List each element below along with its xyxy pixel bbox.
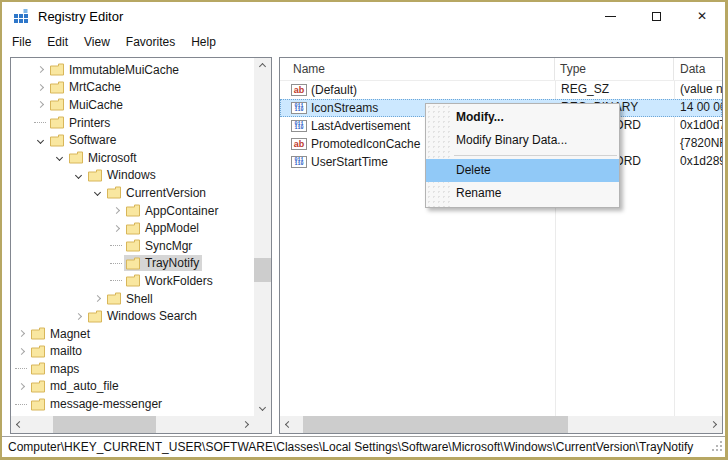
dotted-connector: [15, 404, 27, 405]
list-horizontal-scrollbar[interactable]: [280, 416, 722, 433]
tree-item-body[interactable]: WorkFolders: [124, 273, 216, 289]
pane-splitter[interactable]: [272, 57, 279, 434]
list-hscroll-track[interactable]: [297, 416, 705, 433]
expand-button[interactable]: [13, 384, 29, 389]
expand-button[interactable]: [108, 208, 124, 213]
tree-item-appmodel[interactable]: AppModel: [11, 219, 254, 237]
expand-button[interactable]: [108, 226, 124, 231]
tree-item-microsoft[interactable]: Microsoft: [11, 149, 254, 167]
tree-item-printers[interactable]: Printers: [11, 114, 254, 132]
scroll-down-button[interactable]: [254, 399, 271, 416]
tree-item-message-messenger[interactable]: message-messenger: [11, 395, 254, 413]
registry-key-folder-icon: [30, 380, 46, 393]
tree-item-body[interactable]: AppModel: [124, 220, 202, 236]
tree-item-label: Software: [69, 133, 116, 147]
tree-item-body[interactable]: TrayNotify: [124, 255, 202, 271]
tree-item-magnet[interactable]: Magnet: [11, 325, 254, 343]
tree-item-body[interactable]: CurrentVersion: [105, 185, 209, 201]
collapse-button[interactable]: [89, 190, 105, 195]
tree-connector: [13, 368, 29, 369]
tree-item-body[interactable]: md_auto_file: [29, 378, 122, 394]
tree-item-md-auto-file[interactable]: md_auto_file: [11, 378, 254, 396]
minimize-button[interactable]: [587, 2, 633, 30]
tree-item-body[interactable]: maps: [29, 361, 82, 377]
tree-hscroll-thumb[interactable]: [53, 416, 156, 433]
expand-button[interactable]: [89, 296, 105, 301]
tree-item-windows-search[interactable]: Windows Search: [11, 307, 254, 325]
tree-item-body[interactable]: MrtCache: [48, 79, 124, 95]
menu-help[interactable]: Help: [183, 32, 224, 52]
value-name: UserStartTime: [311, 154, 388, 171]
expand-button[interactable]: [13, 349, 29, 354]
tree-item-appcontainer[interactable]: AppContainer: [11, 202, 254, 220]
list-hscroll-thumb[interactable]: [303, 416, 568, 433]
tree-item-label: TrayNotify: [145, 256, 199, 270]
tree-vscroll-thumb[interactable]: [254, 258, 271, 282]
tree-item-body[interactable]: mailto: [29, 343, 85, 359]
expand-button[interactable]: [70, 314, 86, 319]
column-header-type[interactable]: Type: [555, 58, 674, 80]
scroll-up-button[interactable]: [254, 58, 271, 75]
tree-item-immutablemuicache[interactable]: ImmutableMuiCache: [11, 61, 254, 79]
menu-view[interactable]: View: [76, 32, 118, 52]
tree-item-body[interactable]: Windows Search: [86, 308, 200, 324]
registry-key-folder-icon: [87, 169, 103, 182]
menu-file[interactable]: File: [4, 32, 39, 52]
tree-item-syncmgr[interactable]: SyncMgr: [11, 237, 254, 255]
tree-item-traynotify[interactable]: TrayNotify: [11, 255, 254, 273]
tree-item-body[interactable]: AppContainer: [124, 203, 221, 219]
tree-item-body[interactable]: Shell: [105, 291, 156, 307]
collapse-button[interactable]: [51, 155, 67, 160]
tree-item-workfolders[interactable]: WorkFolders: [11, 272, 254, 290]
tree-vertical-scrollbar[interactable]: [254, 58, 271, 416]
scroll-left-button[interactable]: [280, 416, 297, 433]
scroll-right-button[interactable]: [237, 416, 254, 433]
tree-item-currentversion[interactable]: CurrentVersion: [11, 184, 254, 202]
close-button[interactable]: ✕: [679, 2, 725, 30]
tree-item-shell[interactable]: Shell: [11, 290, 254, 308]
tree-item-body[interactable]: MuiCache: [48, 97, 126, 113]
context-menu-item-modify-[interactable]: Modify...: [426, 106, 619, 129]
context-menu-item-rename[interactable]: Rename: [426, 182, 619, 205]
scroll-right-button[interactable]: [705, 416, 722, 433]
tree-horizontal-scrollbar[interactable]: [11, 416, 254, 433]
expand-button[interactable]: [32, 85, 48, 90]
value-data: 0x1d289a: [674, 153, 722, 171]
tree-item-maps[interactable]: maps: [11, 360, 254, 378]
expand-button[interactable]: [13, 331, 29, 336]
registry-key-folder-icon: [125, 204, 141, 217]
column-header-name[interactable]: Name: [280, 58, 555, 80]
resize-grip-icon[interactable]: [711, 440, 723, 455]
menu-edit[interactable]: Edit: [39, 32, 76, 52]
tree-item-body[interactable]: Printers: [48, 115, 113, 131]
tree-item-body[interactable]: SyncMgr: [124, 238, 195, 254]
column-header-data[interactable]: Data: [674, 58, 722, 80]
context-menu-item-modify-binary-data-[interactable]: Modify Binary Data...: [426, 129, 619, 152]
binary-value-icon: 011110: [291, 156, 307, 168]
menu-favorites[interactable]: Favorites: [118, 32, 183, 52]
tree-item-windows[interactable]: Windows: [11, 167, 254, 185]
tree-hscroll-track[interactable]: [28, 416, 237, 433]
tree-item-software[interactable]: Software: [11, 131, 254, 149]
collapse-button[interactable]: [70, 173, 86, 178]
value-row--default-[interactable]: ab(Default)REG_SZ(value not set): [280, 81, 722, 99]
tree-item-body[interactable]: ImmutableMuiCache: [48, 62, 182, 78]
expand-button[interactable]: [32, 67, 48, 72]
registry-editor-window: Registry Editor ✕ FileEditViewFavoritesH…: [0, 0, 728, 460]
tree-item-body[interactable]: Software: [48, 132, 119, 148]
context-menu-item-delete[interactable]: Delete: [426, 159, 619, 182]
value-name: PromotedIconCache: [311, 136, 420, 153]
collapse-button[interactable]: [32, 138, 48, 143]
tree-item-muicache[interactable]: MuiCache: [11, 96, 254, 114]
expand-button[interactable]: [32, 102, 48, 107]
scroll-left-button[interactable]: [11, 416, 28, 433]
tree-item-body[interactable]: Microsoft: [67, 150, 140, 166]
tree-item-mailto[interactable]: mailto: [11, 343, 254, 361]
tree-item-body[interactable]: Windows: [86, 167, 159, 183]
tree-item-mrtcache[interactable]: MrtCache: [11, 79, 254, 97]
registry-editor-icon: [13, 8, 29, 24]
tree-item-body[interactable]: message-messenger: [29, 396, 165, 412]
tree-item-body[interactable]: Magnet: [29, 326, 93, 342]
maximize-button[interactable]: [633, 2, 679, 30]
tree-vscroll-track[interactable]: [254, 75, 271, 399]
